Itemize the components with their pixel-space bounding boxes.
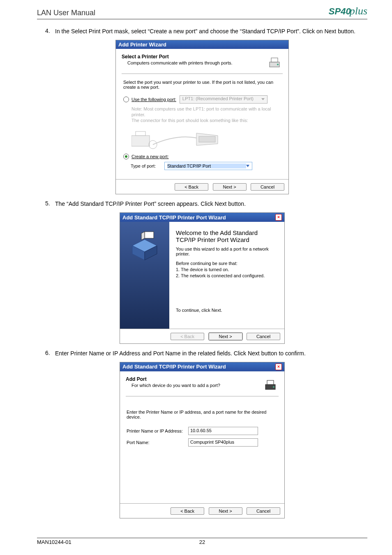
page-header-title: LAN User Manual: [37, 9, 95, 17]
tcpip-wizard-addport-dialog: Add Standard TCP/IP Printer Port Wizard …: [120, 362, 285, 518]
dialog1-title: Add Printer Wizard: [118, 41, 166, 48]
svg-rect-11: [145, 232, 154, 238]
step-6-text: Enter Printer Name or IP Address and Por…: [55, 350, 367, 358]
dialog2-before: Before continuing be sure that:: [176, 260, 278, 267]
close-icon[interactable]: ×: [275, 214, 282, 221]
existing-port-select: LPT1: (Recommended Printer Port): [180, 95, 267, 104]
dialog1-titlebar: Add Printer Wizard: [116, 40, 288, 49]
dialog2-welcome-line1: Welcome to the Add Standard: [176, 229, 278, 236]
tcpip-wizard-welcome-dialog: Add Standard TCP/IP Printer Port Wizard …: [120, 212, 285, 344]
next-button[interactable]: Next >: [213, 183, 247, 191]
svg-point-2: [277, 64, 279, 65]
chevron-down-icon: [246, 165, 249, 167]
dialog3-subdesc: For which device do you want to add a po…: [126, 383, 220, 388]
dialog2-title: Add Standard TCP/IP Printer Port Wizard: [122, 214, 226, 221]
svg-rect-4: [136, 131, 145, 136]
type-of-port-label: Type of port:: [131, 164, 164, 168]
port-type-select[interactable]: Standard TCP/IP Port: [164, 162, 252, 170]
back-button[interactable]: < Back: [175, 183, 208, 191]
dialog2-continue: To continue, click Next.: [176, 308, 278, 313]
dialog3-intro: Enter the Printer Name or IP address, an…: [127, 410, 278, 419]
dialog3-title: Add Standard TCP/IP Printer Port Wizard: [122, 364, 226, 370]
radio-use-existing-port[interactable]: [123, 97, 129, 102]
close-icon[interactable]: ×: [275, 364, 282, 370]
svg-rect-7: [199, 136, 215, 142]
svg-marker-12: [141, 232, 145, 240]
step-4-text: In the Select Print Port mask, select “C…: [55, 28, 367, 36]
parallel-port-graphic: [131, 126, 281, 150]
port-type-value: Standard TCP/IP Port: [167, 164, 246, 168]
printer-icon: [266, 54, 283, 70]
dialog1-note-line2: The connector for this port should look …: [131, 117, 281, 123]
dialog1-note-line1: Note: Most computers use the LPT1: port …: [131, 106, 281, 118]
cancel-button[interactable]: Cancel: [251, 183, 284, 191]
dialog3-titlebar: Add Standard TCP/IP Printer Port Wizard …: [120, 362, 284, 371]
header-separator: [37, 19, 367, 19]
step-4-number: 4.: [37, 28, 55, 36]
svg-rect-3: [131, 136, 150, 146]
port-name-input[interactable]: Compuprint SP40plus: [188, 438, 258, 447]
dialog2-desc: You use this wizard to add a port for a …: [176, 246, 278, 256]
dialog1-intro: Select the port you want your printer to…: [123, 80, 281, 90]
port-name-label: Port Name:: [127, 440, 188, 445]
back-button[interactable]: < Back: [171, 507, 204, 515]
step-5-text: The “Add Standard TCP/IP Printer Port” s…: [55, 200, 367, 208]
svg-rect-1: [271, 58, 278, 62]
printer-name-input[interactable]: 10.0.60.55: [188, 427, 258, 435]
radio-create-new-label: Create a new port:: [131, 154, 169, 159]
next-button[interactable]: Next >: [209, 507, 242, 515]
printer-icon: [262, 376, 279, 393]
footer-doc-id: MAN10244-01: [37, 539, 71, 545]
brand-logo: SP40plus: [329, 5, 367, 17]
dialog2-titlebar: Add Standard TCP/IP Printer Port Wizard …: [120, 213, 284, 222]
add-printer-wizard-dialog: Add Printer Wizard Select a Printer Port…: [115, 40, 289, 195]
dialog1-subtitle: Select a Printer Port: [122, 54, 233, 60]
dialog2-bullet2: 2. The network is connected and configur…: [176, 273, 278, 279]
cancel-button[interactable]: Cancel: [247, 333, 280, 340]
dialog3-subtitle: Add Port: [126, 376, 220, 382]
logo-cursive: plus: [350, 5, 367, 17]
footer-page-number: 22: [199, 539, 205, 545]
back-button: < Back: [171, 333, 204, 340]
dialog1-subdesc: Computers communicate with printers thro…: [122, 60, 233, 65]
cancel-button[interactable]: Cancel: [247, 507, 280, 515]
radio-use-existing-label: Use the following port:: [131, 97, 176, 102]
svg-rect-14: [267, 380, 274, 385]
step-6-number: 6.: [37, 350, 55, 358]
printer-name-label: Printer Name or IP Address:: [127, 428, 188, 433]
next-button[interactable]: Next >: [209, 333, 242, 340]
step-5-number: 5.: [37, 200, 55, 208]
wizard-side-graphic: [120, 222, 169, 329]
logo-main: SP40: [329, 6, 351, 16]
dialog2-welcome-line2: TCP/IP Printer Port Wizard: [176, 236, 278, 243]
radio-create-new-port[interactable]: [123, 154, 129, 159]
svg-point-15: [273, 386, 274, 388]
dialog2-bullet1: 1. The device is turned on.: [176, 267, 278, 273]
